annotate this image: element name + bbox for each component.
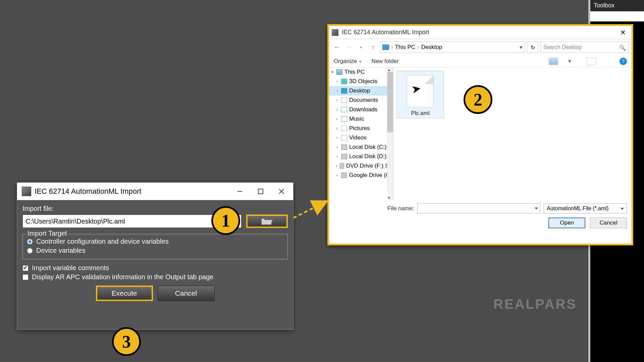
folder-tree[interactable]: ▾This PC ›3D Objects ›Desktop ›Documents… [329,67,393,200]
view-mode-button[interactable] [549,58,558,65]
file-open-dialog: IEC 62714 AutomationML Import ✕ ← → ▾ ↑ … [327,24,633,245]
scrollbar-thumb[interactable] [387,72,393,132]
file-dialog-titlebar[interactable]: IEC 62714 AutomationML Import ✕ [329,26,632,39]
radio-label: Device variables [36,247,86,254]
tree-scrollbar[interactable] [387,67,393,200]
filename-label: File name: [387,205,414,212]
close-button[interactable] [271,183,292,200]
new-folder-button[interactable]: New folder [372,58,399,65]
tree-pictures[interactable]: ›Pictures [329,124,393,133]
chevron-down-icon: ▼ [359,60,362,64]
refresh-button[interactable]: ↻ [527,42,538,53]
import-titlebar[interactable]: IEC 62714 AutomationML Import [17,183,293,200]
import-target-legend: Import Target [26,230,68,237]
chevron-down-icon[interactable]: ▾ [568,58,571,65]
checkbox-label: Display AR APC validation information in… [32,273,213,281]
tree-documents[interactable]: ›Documents [329,96,393,105]
app-icon [22,187,31,196]
filename-input[interactable] [417,203,540,214]
tree-this-pc[interactable]: ▾This PC [329,67,393,77]
file-dialog-title: IEC 62714 AutomationML Import [342,29,617,36]
tree-disk-d[interactable]: ›Local Disk (D:) [329,152,393,161]
tree-3d-objects[interactable]: ›3D Objects [329,77,393,86]
import-file-label: Import file: [22,205,288,213]
breadcrumb[interactable]: › This PC › Desktop ▾ [380,42,525,53]
import-file-input[interactable] [22,215,241,228]
browse-button[interactable] [246,215,288,228]
svg-rect-1 [258,189,263,194]
search-input[interactable] [541,42,629,53]
search-box[interactable]: 🔍 [540,42,629,53]
radio-label: Controller configuration and device vari… [36,238,169,245]
radio-device-variables[interactable]: Device variables [27,247,283,254]
import-dialog-title: IEC 62714 AutomationML Import [35,187,229,196]
chevron-down-icon[interactable]: ▾ [520,44,523,51]
cancel-button[interactable]: Cancel [590,218,627,228]
execute-button[interactable]: Execute [96,286,153,301]
annotation-arrow [292,198,332,221]
nav-recent-button[interactable]: ▾ [356,42,366,52]
chevron-right-icon: › [417,44,419,51]
app-icon [332,29,338,36]
crumb-this-pc[interactable]: This PC [395,44,415,51]
checkbox-icon [22,265,29,271]
file-dialog-navbar: ← → ▾ ↑ › This PC › Desktop ▾ ↻ 🔍 [329,39,632,55]
import-dialog: IEC 62714 AutomationML Import Import fil… [17,182,293,330]
file-name: Plc.aml [398,110,442,117]
svg-line-4 [293,201,327,218]
checkbox-label: Import variable comments [32,264,109,272]
tree-disk-c[interactable]: ›Local Disk (C:) [329,142,393,152]
toolbox-title: Toolbox [590,0,644,11]
tree-videos[interactable]: ›Videos [329,133,393,142]
cancel-button[interactable]: Cancel [158,286,215,301]
file-dialog-footer: File name: AutomationML File (*.aml) Ope… [329,200,632,232]
radio-controller-config[interactable]: Controller configuration and device vari… [27,238,283,245]
step-badge-2: 2 [464,85,492,114]
tree-music[interactable]: ›Music [329,114,393,124]
nav-up-button[interactable]: ↑ [368,42,378,52]
preview-pane-button[interactable] [587,58,596,65]
file-type-filter[interactable]: AutomationML File (*.aml) [544,203,627,214]
nav-back-button[interactable]: ← [332,42,342,52]
maximize-button[interactable] [250,183,271,200]
open-button[interactable]: Open [548,218,585,228]
chevron-right-icon: › [391,44,393,51]
checkbox-display-validation[interactable]: Display AR APC validation information in… [22,273,288,281]
file-dialog-toolbar: Organize ▼ New folder ▾ ? [329,55,632,67]
tree-desktop[interactable]: ›Desktop [329,86,393,96]
tree-downloads[interactable]: ›Downloads [329,105,393,114]
step-badge-3: 3 [112,327,141,356]
tree-dvd-f[interactable]: ›DVD Drive (F:) Sy [329,161,393,171]
minimize-button[interactable] [229,183,250,200]
pc-icon [382,45,389,50]
help-icon[interactable]: ? [620,58,627,65]
folder-open-icon [261,217,273,226]
import-target-group: Import Target Controller configuration a… [22,234,288,259]
watermark: REALPARS [493,297,577,312]
crumb-desktop[interactable]: Desktop [421,44,442,51]
nav-forward-button[interactable]: → [344,42,354,52]
close-button[interactable]: ✕ [617,26,629,39]
search-icon: 🔍 [619,45,626,51]
file-list[interactable]: Plc.aml ➤ [393,67,632,200]
organize-menu[interactable]: Organize ▼ [334,58,362,65]
step-badge-1: 1 [211,206,240,235]
radio-icon [27,239,33,245]
tree-gdrive[interactable]: ›Google Drive (G: [329,171,393,180]
radio-icon [27,248,33,254]
checkbox-import-comments[interactable]: Import variable comments [22,264,288,272]
toolbox-body [590,11,644,21]
checkbox-icon [22,274,29,280]
